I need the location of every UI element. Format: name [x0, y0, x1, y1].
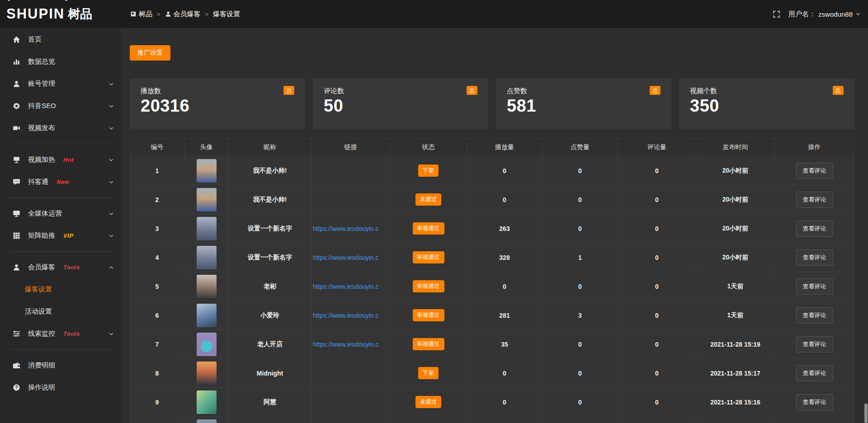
- video-link[interactable]: https://www.iesdouyin.c: [311, 283, 390, 290]
- grid-icon: [13, 232, 20, 240]
- sidebar-item-账号管理[interactable]: 账号管理: [0, 73, 121, 95]
- cell-link: [311, 417, 390, 423]
- cell-plays: 0: [467, 185, 542, 214]
- sidebar-item-数据总览[interactable]: 数据总览: [0, 51, 121, 73]
- chevron-down-icon: [108, 331, 114, 337]
- sidebar-item-全媒体运营[interactable]: 全媒体运营: [0, 202, 121, 225]
- status-badge[interactable]: 审核通过: [413, 338, 444, 350]
- breadcrumb-item[interactable]: 会员爆客: [165, 10, 201, 19]
- cell-id: 9: [130, 388, 184, 417]
- status-badge[interactable]: 下架: [418, 164, 439, 177]
- cell-likes: [542, 417, 618, 423]
- column-header-头像: 头像: [184, 138, 229, 156]
- cell-action: [775, 417, 854, 423]
- stat-card-value: 20316: [141, 96, 294, 116]
- view-comments-button[interactable]: 查看评论: [796, 336, 833, 352]
- table-row: 4设置一个新名字https://www.iesdouyin.c审核通过32810…: [130, 243, 854, 272]
- sidebar-item-视频发布[interactable]: 视频发布: [0, 117, 121, 139]
- sidebar-item-会员爆客[interactable]: 会员爆客Tools: [0, 256, 121, 278]
- sidebar-badge-Tools: Tools: [63, 330, 80, 337]
- table-row: 3设置一个新名字https://www.iesdouyin.c审核通过26300…: [130, 214, 854, 243]
- view-comments-button[interactable]: 查看评论: [796, 192, 833, 208]
- cell-status: 未通过: [390, 185, 467, 214]
- cell-link: https://www.iesdouyin.c: [311, 301, 390, 330]
- view-comments-button[interactable]: 查看评论: [796, 249, 833, 266]
- cell-action: 查看评论: [775, 301, 854, 330]
- breadcrumb: 树品>会员爆客>爆客设置: [130, 10, 240, 19]
- breadcrumb-item[interactable]: 树品: [130, 10, 152, 19]
- video-link[interactable]: https://www.iesdouyin.c: [311, 341, 390, 348]
- cell-status: 未通过: [390, 388, 467, 417]
- sidebar-item-label: 全媒体运营: [28, 209, 62, 218]
- chevron-down-icon: [108, 211, 114, 216]
- status-badge[interactable]: 未通过: [415, 396, 442, 408]
- cell-id: 2: [130, 185, 184, 214]
- sidebar-item-抖音SEO[interactable]: 抖音SEO: [0, 95, 121, 117]
- scrollbar-thumb[interactable]: [864, 404, 868, 423]
- cell-plays: 281: [467, 301, 542, 330]
- status-badge[interactable]: 审核通过: [413, 251, 444, 263]
- cell-id: 4: [130, 243, 184, 272]
- status-badge[interactable]: 审核通过: [413, 222, 444, 235]
- user-menu[interactable]: 用户名：zswodun88: [788, 10, 861, 19]
- cell-avatar: [184, 417, 229, 423]
- video-link[interactable]: https://www.iesdouyin.c: [311, 225, 390, 232]
- column-header-播放量: 播放量: [467, 138, 542, 156]
- cell-likes: 1: [542, 243, 618, 272]
- sidebar-item-线索监控[interactable]: 线索监控Tools: [0, 323, 121, 345]
- cell-id: 6: [130, 301, 184, 330]
- breadcrumb-item[interactable]: 爆客设置: [213, 10, 240, 19]
- sidebar-item-矩阵助推[interactable]: 矩阵助推VIP: [0, 225, 121, 247]
- sidebar-item-label: 消费明细: [28, 361, 55, 370]
- avatar: [197, 390, 217, 414]
- video-table: 编号头像昵称链接状态播放量点赞量评论量发布时间操作1我不是小帅!下架00020小…: [130, 138, 854, 423]
- sidebar-item-label: 抖客通: [28, 178, 48, 186]
- sidebar-item-label: 首页: [28, 35, 42, 44]
- stat-card-label: 播放数: [141, 87, 294, 95]
- cell-status: 下架: [390, 156, 467, 185]
- sidebar-item-抖客通[interactable]: 抖客通New: [0, 171, 121, 193]
- fullscreen-icon[interactable]: [773, 10, 780, 18]
- cell-nickname: 小爱玲: [229, 301, 311, 330]
- breadcrumb-label: 会员爆客: [174, 10, 201, 19]
- cell-comments: 0: [618, 185, 696, 214]
- status-badge[interactable]: 下架: [418, 367, 439, 379]
- cell-time: 2021-11-28 15:16: [696, 388, 775, 417]
- chevron-down-icon: [108, 157, 114, 163]
- status-badge[interactable]: 审核通过: [413, 280, 444, 292]
- cell-nickname: 老人开店: [229, 330, 311, 359]
- cell-plays: [467, 417, 542, 423]
- view-comments-button[interactable]: 查看评论: [796, 163, 833, 179]
- sidebar-item-视频加热[interactable]: 视频加热Hot: [0, 149, 121, 171]
- sidebar-item-首页[interactable]: 首页: [0, 28, 121, 51]
- stat-card-total-badge: 总: [650, 86, 660, 95]
- user-icon: [165, 11, 171, 17]
- view-comments-button[interactable]: 查看评论: [796, 394, 833, 410]
- breadcrumb-label: 树品: [139, 10, 152, 19]
- help-icon: ?: [13, 384, 20, 391]
- sidebar-badge-New: New: [57, 179, 69, 185]
- avatar: [197, 159, 217, 183]
- avatar: [197, 304, 217, 327]
- promo-settings-button[interactable]: 推广设置: [130, 45, 170, 61]
- stat-card-label: 视频个数: [690, 87, 844, 95]
- chat-icon: [13, 178, 20, 186]
- sidebar-item-消费明细[interactable]: 消费明细: [0, 354, 121, 376]
- view-comments-button[interactable]: 查看评论: [796, 307, 833, 324]
- video-link[interactable]: https://www.iesdouyin.c: [311, 254, 390, 261]
- sidebar-subitem-爆客设置[interactable]: 爆客设置: [0, 278, 121, 301]
- view-comments-button[interactable]: 查看评论: [796, 365, 833, 381]
- sidebar-subitem-活动设置[interactable]: 活动设置: [0, 301, 121, 323]
- avatar: [197, 333, 217, 356]
- video-icon: [13, 124, 20, 132]
- cell-time: 20小时前: [696, 243, 775, 272]
- video-link[interactable]: https://www.iesdouyin.c: [311, 312, 390, 319]
- cell-comments: [618, 417, 696, 423]
- status-badge[interactable]: 未通过: [415, 193, 442, 206]
- view-comments-button[interactable]: 查看评论: [796, 221, 833, 237]
- status-badge[interactable]: 审核通过: [413, 309, 444, 321]
- cell-id: 1: [130, 156, 184, 185]
- sidebar-item-操作说明[interactable]: ?操作说明: [0, 376, 121, 399]
- view-comments-button[interactable]: 查看评论: [796, 278, 833, 295]
- cell-action: 查看评论: [775, 359, 854, 388]
